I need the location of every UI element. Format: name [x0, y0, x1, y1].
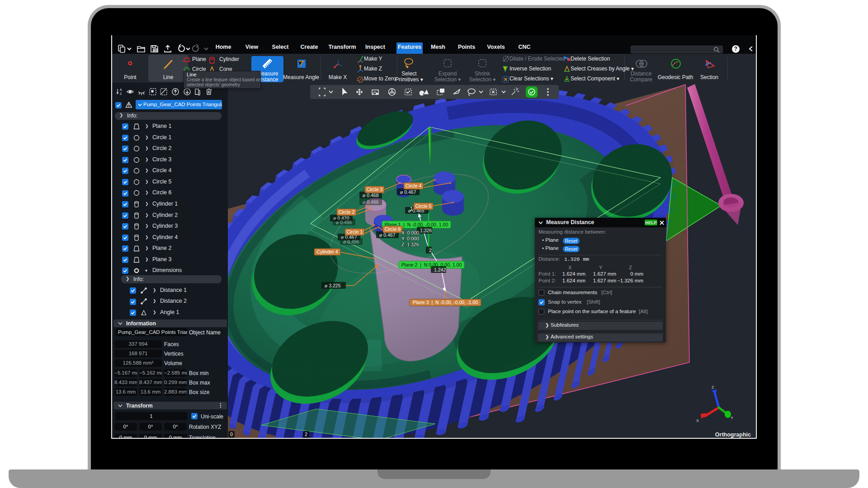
svg-text:⌀ 0.496: ⌀ 0.496 — [336, 220, 352, 225]
svg-text:1.242: 1.242 — [434, 267, 446, 272]
svg-text:Plane 3 | N -0.00, -0.00, -1: Plane 3 | N -0.00, -0.00, -1.00 — [413, 300, 478, 305]
svg-text:Y: Y — [731, 416, 733, 420]
svg-text:X: X — [696, 418, 699, 423]
svg-text:2: 2 — [305, 432, 307, 437]
svg-text:Circle 2: Circle 2 — [339, 209, 355, 215]
svg-text:Z: Z — [120, 92, 122, 95]
svg-text:Z: Z — [712, 385, 714, 389]
svg-text:A: A — [120, 88, 122, 91]
svg-text:2: 2 — [429, 248, 432, 253]
svg-text:⌀ 3.225: ⌀ 3.225 — [325, 283, 341, 288]
svg-text:⌀ 0.496: ⌀ 0.496 — [343, 239, 359, 244]
svg-text:Cylinder 4: Cylinder 4 — [316, 249, 338, 254]
svg-text:1: 1 — [410, 206, 413, 211]
svg-text:Z: 1.326: Z: 1.326 — [401, 242, 419, 247]
svg-text:Orthographic: Orthographic — [715, 432, 751, 438]
svg-text:⌀ 0.496: ⌀ 0.496 — [363, 199, 379, 205]
svg-text:1.326: 1.326 — [420, 228, 432, 233]
svg-text:⌀ 0.467: ⌀ 0.467 — [400, 189, 416, 195]
svg-text:Circle 1: Circle 1 — [347, 229, 363, 235]
svg-text:0: 0 — [230, 432, 233, 437]
svg-text:Circle 5: Circle 5 — [415, 203, 432, 209]
svg-text:Y: 0.000: Y: 0.000 — [401, 236, 419, 241]
svg-text:Circle 4: Circle 4 — [406, 183, 422, 188]
svg-text:Circle 3: Circle 3 — [367, 187, 383, 192]
svg-text:X: 0.000: X: 0.000 — [401, 230, 419, 235]
svg-text:Circle 6: Circle 6 — [385, 226, 401, 232]
